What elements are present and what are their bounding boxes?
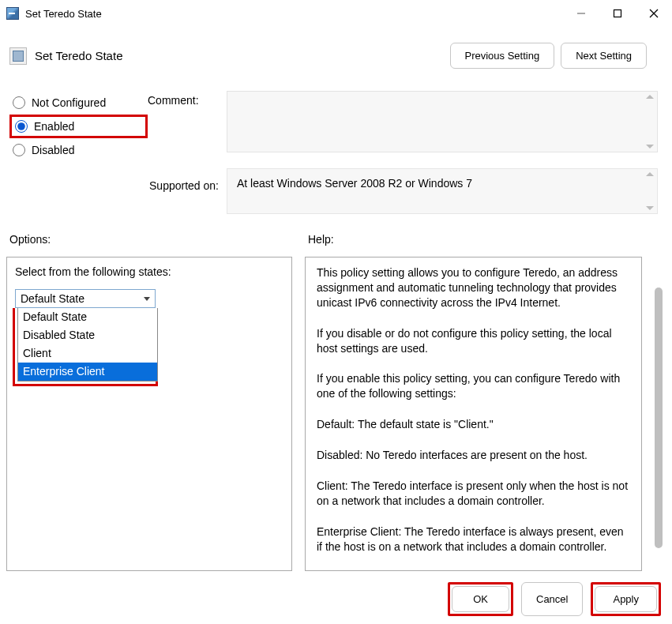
radio-disabled-input[interactable] bbox=[13, 144, 25, 156]
radio-enabled[interactable]: Enabled bbox=[9, 115, 148, 138]
close-button[interactable] bbox=[636, 0, 672, 27]
help-paragraph: Enterprise Client: The Teredo interface … bbox=[317, 524, 630, 554]
radio-not-configured-input[interactable] bbox=[13, 96, 25, 109]
chevron-down-icon bbox=[144, 297, 150, 301]
radio-not-configured-label: Not Configured bbox=[32, 96, 106, 109]
config-area: Not Configured Enabled Disabled Comment: bbox=[0, 91, 672, 162]
supported-value-box: At least Windows Server 2008 R2 or Windo… bbox=[227, 168, 658, 214]
scroll-up-icon bbox=[646, 172, 654, 176]
dropdown-highlight: Default State Disabled State Client Ente… bbox=[13, 308, 158, 386]
help-paragraph: Client: The Teredo interface is present … bbox=[317, 479, 630, 509]
radio-disabled[interactable]: Disabled bbox=[9, 138, 148, 162]
window-controls bbox=[563, 0, 672, 27]
state-combobox-value: Default State bbox=[21, 292, 84, 305]
policy-title: Set Teredo State bbox=[35, 49, 122, 62]
maximize-button[interactable] bbox=[599, 0, 636, 27]
options-panel: Select from the following states: Defaul… bbox=[6, 257, 292, 571]
footer-buttons: OK Cancel Apply bbox=[0, 571, 672, 616]
comment-textarea[interactable] bbox=[227, 91, 658, 152]
dropdown-item-default-state[interactable]: Default State bbox=[18, 308, 157, 326]
nav-buttons: Previous Setting Next Setting bbox=[450, 43, 663, 69]
policy-icon bbox=[9, 47, 27, 65]
window-title: Set Teredo State bbox=[25, 8, 102, 20]
help-paragraph: If you disable or do not configure this … bbox=[317, 326, 630, 356]
app-icon bbox=[6, 7, 19, 20]
ok-button[interactable]: OK bbox=[452, 586, 509, 612]
dropdown-item-client[interactable]: Client bbox=[18, 344, 157, 363]
radio-enabled-label: Enabled bbox=[34, 120, 74, 133]
svg-rect-1 bbox=[614, 10, 621, 17]
previous-setting-button[interactable]: Previous Setting bbox=[450, 43, 555, 69]
section-labels: Options: Help: bbox=[0, 233, 672, 246]
main-panels: Select from the following states: Defaul… bbox=[0, 257, 672, 571]
dropdown-item-disabled-state[interactable]: Disabled State bbox=[18, 326, 157, 344]
help-paragraph: If you enable this policy setting, you c… bbox=[317, 371, 630, 401]
apply-button[interactable]: Apply bbox=[595, 586, 657, 612]
radio-not-configured[interactable]: Not Configured bbox=[9, 91, 148, 115]
radio-enabled-input[interactable] bbox=[15, 120, 28, 133]
titlebar: Set Teredo State bbox=[0, 0, 672, 27]
outer-scrollbar-thumb[interactable] bbox=[655, 288, 663, 548]
help-paragraph: This policy setting allows you to config… bbox=[317, 265, 630, 310]
outer-scrollbar-track bbox=[655, 257, 663, 571]
scroll-down-icon bbox=[646, 145, 654, 148]
help-heading: Help: bbox=[308, 233, 663, 246]
supported-value: At least Windows Server 2008 R2 or Windo… bbox=[237, 177, 472, 190]
state-radios: Not Configured Enabled Disabled bbox=[9, 91, 148, 162]
dropdown-item-enterprise-client[interactable]: Enterprise Client bbox=[18, 363, 157, 381]
supported-label: Supported on: bbox=[148, 168, 227, 192]
state-combobox[interactable]: Default State bbox=[15, 289, 156, 308]
options-heading: Options: bbox=[9, 233, 308, 246]
scroll-down-icon bbox=[646, 206, 654, 210]
radio-disabled-label: Disabled bbox=[32, 144, 74, 156]
state-dropdown: Default State Disabled State Client Ente… bbox=[17, 308, 158, 382]
help-panel: This policy setting allows you to config… bbox=[305, 257, 642, 571]
options-prompt: Select from the following states: bbox=[15, 265, 283, 278]
next-setting-button[interactable]: Next Setting bbox=[561, 43, 647, 69]
ok-highlight: OK bbox=[448, 582, 513, 616]
scroll-up-icon bbox=[646, 95, 654, 99]
help-paragraph: Disabled: No Teredo interfaces are prese… bbox=[317, 448, 630, 463]
subheader: Set Teredo State Previous Setting Next S… bbox=[0, 43, 672, 69]
comment-label: Comment: bbox=[148, 91, 227, 107]
cancel-button[interactable]: Cancel bbox=[521, 582, 583, 616]
apply-highlight: Apply bbox=[591, 582, 661, 616]
supported-row: Supported on: At least Windows Server 20… bbox=[0, 168, 672, 214]
minimize-button[interactable] bbox=[563, 0, 599, 27]
help-paragraph: Default: The default state is "Client." bbox=[317, 417, 630, 432]
